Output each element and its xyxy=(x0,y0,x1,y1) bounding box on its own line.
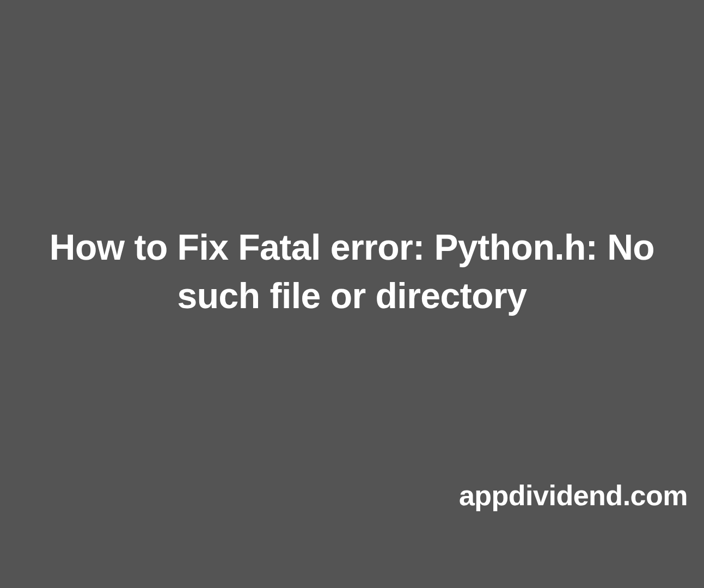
site-attribution: appdividend.com xyxy=(459,479,688,512)
article-title: How to Fix Fatal error: Python.h: No suc… xyxy=(0,223,704,320)
